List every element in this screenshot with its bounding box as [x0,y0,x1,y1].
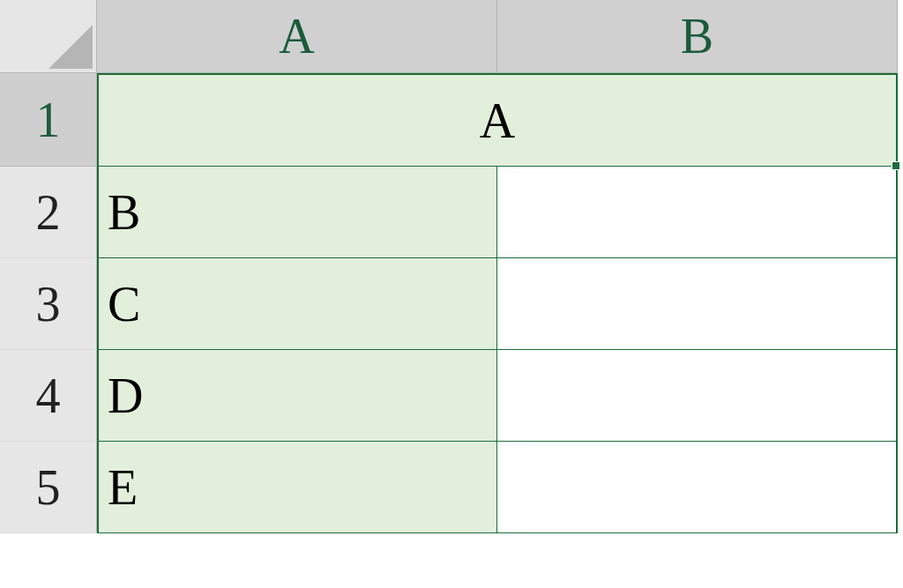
cell-A3[interactable]: C [97,258,497,350]
spreadsheet-grid: A B 1 A 2 B 3 C 4 D 5 E [0,0,903,533]
cell-A4[interactable]: D [97,350,497,442]
cell-B2[interactable] [497,167,898,258]
fill-handle[interactable] [892,161,900,170]
select-all-triangle-icon [49,25,93,69]
row-header-3[interactable]: 3 [0,258,97,350]
cell-value: B [108,184,140,241]
cell-A1-B1-merged[interactable]: A [97,73,898,167]
row-header-1[interactable]: 1 [0,73,97,167]
select-all-corner[interactable] [0,0,97,73]
row-header-2[interactable]: 2 [0,167,97,258]
cell-A5[interactable]: E [97,442,497,533]
cell-value: A [480,93,515,149]
column-header-A[interactable]: A [97,0,497,73]
row-header-5[interactable]: 5 [0,442,97,533]
row-header-4[interactable]: 4 [0,350,97,442]
cell-A2[interactable]: B [97,167,497,258]
cell-value: D [108,368,143,424]
cell-B4[interactable] [497,350,898,442]
cell-B5[interactable] [497,442,898,533]
svg-marker-0 [49,25,93,69]
column-header-B[interactable]: B [497,0,898,73]
cell-value: C [108,276,140,332]
cell-B3[interactable] [497,258,898,350]
cell-value: E [108,459,138,516]
